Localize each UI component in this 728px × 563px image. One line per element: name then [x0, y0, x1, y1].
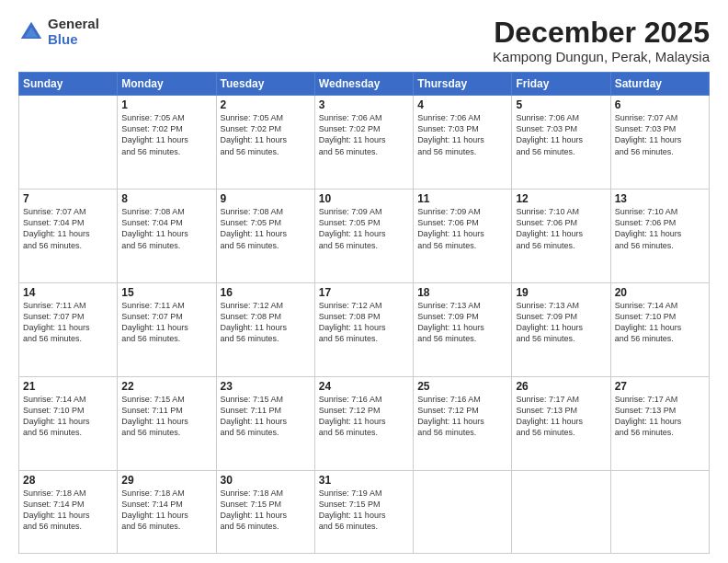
day-number: 14	[23, 286, 113, 299]
day-info: Sunrise: 7:13 AM Sunset: 7:09 PM Dayligh…	[516, 300, 606, 345]
day-number: 22	[121, 380, 211, 393]
table-row: 1Sunrise: 7:05 AM Sunset: 7:02 PM Daylig…	[118, 96, 216, 190]
day-info: Sunrise: 7:09 AM Sunset: 7:06 PM Dayligh…	[417, 206, 507, 251]
day-info: Sunrise: 7:19 AM Sunset: 7:15 PM Dayligh…	[319, 488, 409, 533]
table-row: 4Sunrise: 7:06 AM Sunset: 7:03 PM Daylig…	[414, 96, 512, 190]
table-row: 28Sunrise: 7:18 AM Sunset: 7:14 PM Dayli…	[19, 470, 118, 553]
day-number: 6	[615, 98, 705, 111]
table-row: 3Sunrise: 7:06 AM Sunset: 7:02 PM Daylig…	[314, 96, 413, 190]
day-number: 24	[319, 380, 409, 393]
title-block: December 2025 Kampong Dungun, Perak, Mal…	[493, 17, 710, 64]
day-number: 5	[516, 98, 606, 111]
table-row: 31Sunrise: 7:19 AM Sunset: 7:15 PM Dayli…	[314, 470, 413, 553]
table-row: 9Sunrise: 7:08 AM Sunset: 7:05 PM Daylig…	[216, 190, 314, 283]
table-row: 5Sunrise: 7:06 AM Sunset: 7:03 PM Daylig…	[512, 96, 610, 190]
day-info: Sunrise: 7:11 AM Sunset: 7:07 PM Dayligh…	[121, 300, 211, 345]
day-info: Sunrise: 7:10 AM Sunset: 7:06 PM Dayligh…	[615, 206, 705, 251]
col-tuesday: Tuesday	[216, 73, 314, 96]
day-number: 18	[417, 286, 507, 299]
table-row: 18Sunrise: 7:13 AM Sunset: 7:09 PM Dayli…	[414, 283, 512, 377]
day-info: Sunrise: 7:07 AM Sunset: 7:04 PM Dayligh…	[23, 206, 113, 251]
table-row: 13Sunrise: 7:10 AM Sunset: 7:06 PM Dayli…	[610, 190, 709, 283]
col-thursday: Thursday	[414, 73, 512, 96]
col-wednesday: Wednesday	[314, 73, 413, 96]
logo-icon	[18, 19, 44, 45]
day-number: 15	[121, 286, 211, 299]
table-row: 21Sunrise: 7:14 AM Sunset: 7:10 PM Dayli…	[19, 376, 118, 470]
day-number: 1	[121, 98, 211, 111]
day-info: Sunrise: 7:10 AM Sunset: 7:06 PM Dayligh…	[516, 206, 606, 251]
day-info: Sunrise: 7:18 AM Sunset: 7:14 PM Dayligh…	[23, 488, 113, 533]
day-number: 31	[319, 474, 409, 487]
table-row: 14Sunrise: 7:11 AM Sunset: 7:07 PM Dayli…	[19, 283, 118, 377]
table-row: 19Sunrise: 7:13 AM Sunset: 7:09 PM Dayli…	[512, 283, 610, 377]
table-row: 26Sunrise: 7:17 AM Sunset: 7:13 PM Dayli…	[512, 376, 610, 470]
month-title: December 2025	[493, 17, 710, 49]
table-row: 15Sunrise: 7:11 AM Sunset: 7:07 PM Dayli…	[118, 283, 216, 377]
col-saturday: Saturday	[610, 73, 709, 96]
day-number: 8	[121, 192, 211, 205]
day-number: 16	[221, 286, 311, 299]
day-info: Sunrise: 7:13 AM Sunset: 7:09 PM Dayligh…	[417, 300, 507, 345]
day-info: Sunrise: 7:16 AM Sunset: 7:12 PM Dayligh…	[417, 394, 507, 439]
logo-blue-label: Blue	[48, 32, 99, 48]
day-info: Sunrise: 7:15 AM Sunset: 7:11 PM Dayligh…	[121, 394, 211, 439]
table-row: 11Sunrise: 7:09 AM Sunset: 7:06 PM Dayli…	[414, 190, 512, 283]
logo-general-label: General	[48, 17, 99, 32]
table-row: 10Sunrise: 7:09 AM Sunset: 7:05 PM Dayli…	[314, 190, 413, 283]
table-row: 27Sunrise: 7:17 AM Sunset: 7:13 PM Dayli…	[610, 376, 709, 470]
day-info: Sunrise: 7:18 AM Sunset: 7:15 PM Dayligh…	[221, 488, 311, 533]
header: General Blue December 2025 Kampong Dungu…	[18, 17, 710, 64]
day-info: Sunrise: 7:08 AM Sunset: 7:04 PM Dayligh…	[121, 206, 211, 251]
day-number: 10	[319, 192, 409, 205]
day-info: Sunrise: 7:06 AM Sunset: 7:03 PM Dayligh…	[516, 112, 606, 157]
day-number: 30	[221, 474, 311, 487]
day-info: Sunrise: 7:17 AM Sunset: 7:13 PM Dayligh…	[516, 394, 606, 439]
table-row: 2Sunrise: 7:05 AM Sunset: 7:02 PM Daylig…	[216, 96, 314, 190]
day-info: Sunrise: 7:06 AM Sunset: 7:03 PM Dayligh…	[417, 112, 507, 157]
day-number: 25	[417, 380, 507, 393]
calendar-header-row: Sunday Monday Tuesday Wednesday Thursday…	[19, 73, 710, 96]
day-number: 20	[615, 286, 705, 299]
day-info: Sunrise: 7:05 AM Sunset: 7:02 PM Dayligh…	[121, 112, 211, 157]
table-row: 30Sunrise: 7:18 AM Sunset: 7:15 PM Dayli…	[216, 470, 314, 553]
logo: General Blue	[18, 17, 99, 47]
table-row: 16Sunrise: 7:12 AM Sunset: 7:08 PM Dayli…	[216, 283, 314, 377]
day-number: 21	[23, 380, 113, 393]
day-number: 9	[221, 192, 311, 205]
day-info: Sunrise: 7:14 AM Sunset: 7:10 PM Dayligh…	[23, 394, 113, 439]
day-info: Sunrise: 7:06 AM Sunset: 7:02 PM Dayligh…	[319, 112, 409, 157]
table-row: 17Sunrise: 7:12 AM Sunset: 7:08 PM Dayli…	[314, 283, 413, 377]
day-info: Sunrise: 7:11 AM Sunset: 7:07 PM Dayligh…	[23, 300, 113, 345]
day-number: 28	[23, 474, 113, 487]
table-row: 29Sunrise: 7:18 AM Sunset: 7:14 PM Dayli…	[118, 470, 216, 553]
day-number: 17	[319, 286, 409, 299]
day-number: 19	[516, 286, 606, 299]
day-info: Sunrise: 7:09 AM Sunset: 7:05 PM Dayligh…	[319, 206, 409, 251]
day-number: 7	[23, 192, 113, 205]
col-sunday: Sunday	[19, 73, 118, 96]
day-info: Sunrise: 7:07 AM Sunset: 7:03 PM Dayligh…	[615, 112, 705, 157]
col-monday: Monday	[118, 73, 216, 96]
table-row: 24Sunrise: 7:16 AM Sunset: 7:12 PM Dayli…	[314, 376, 413, 470]
table-row	[414, 470, 512, 553]
table-row: 22Sunrise: 7:15 AM Sunset: 7:11 PM Dayli…	[118, 376, 216, 470]
day-number: 12	[516, 192, 606, 205]
table-row: 7Sunrise: 7:07 AM Sunset: 7:04 PM Daylig…	[19, 190, 118, 283]
table-row: 25Sunrise: 7:16 AM Sunset: 7:12 PM Dayli…	[414, 376, 512, 470]
day-info: Sunrise: 7:18 AM Sunset: 7:14 PM Dayligh…	[121, 488, 211, 533]
day-number: 26	[516, 380, 606, 393]
day-number: 11	[417, 192, 507, 205]
day-number: 4	[417, 98, 507, 111]
day-number: 27	[615, 380, 705, 393]
day-info: Sunrise: 7:16 AM Sunset: 7:12 PM Dayligh…	[319, 394, 409, 439]
day-info: Sunrise: 7:15 AM Sunset: 7:11 PM Dayligh…	[221, 394, 311, 439]
table-row: 8Sunrise: 7:08 AM Sunset: 7:04 PM Daylig…	[118, 190, 216, 283]
day-number: 3	[319, 98, 409, 111]
day-number: 23	[221, 380, 311, 393]
day-info: Sunrise: 7:05 AM Sunset: 7:02 PM Dayligh…	[221, 112, 311, 157]
day-number: 13	[615, 192, 705, 205]
day-info: Sunrise: 7:08 AM Sunset: 7:05 PM Dayligh…	[221, 206, 311, 251]
logo-text: General Blue	[48, 17, 99, 47]
col-friday: Friday	[512, 73, 610, 96]
